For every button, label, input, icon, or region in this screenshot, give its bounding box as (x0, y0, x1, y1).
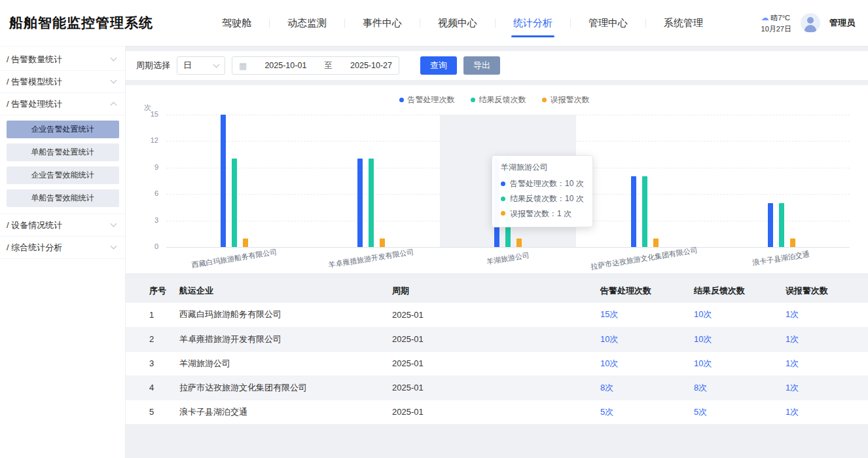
sidebar-subitem[interactable]: 企业告警处置统计 (7, 121, 119, 138)
x-axis-label: 浪卡子县湖泊交通 (713, 243, 850, 277)
nav-item[interactable]: 系统管理 (664, 0, 703, 46)
col-header-feedback: 结果反馈次数 (686, 278, 778, 303)
row-index: 5 (126, 400, 172, 424)
sidebar-group-label: / 告警模型统计 (7, 76, 62, 88)
row-company: 羊卓雍措旅游开发有限公司 (172, 327, 384, 351)
date-start-value[interactable]: 2025-10-01 (264, 61, 306, 70)
chevron-down-icon (111, 243, 117, 250)
sidebar: / 告警数量统计 / 告警模型统计 / 告警处理统计 企业告警处置统计 单船告警… (0, 46, 126, 458)
user-name[interactable]: 管理员 (829, 17, 855, 29)
bar-false-alarm[interactable] (653, 239, 659, 247)
bar-false-alarm[interactable] (516, 239, 522, 247)
user-avatar-icon[interactable] (801, 13, 820, 33)
row-false-alarm-link[interactable]: 1次 (786, 407, 799, 417)
legend-item[interactable]: 误报警次数 (542, 94, 590, 105)
nav-separator (645, 19, 646, 28)
bar-feedback[interactable] (369, 159, 374, 247)
sidebar-group-device-status[interactable]: / 设备情况统计 (0, 214, 125, 237)
row-false-alarm-link-cell: 1次 (778, 400, 868, 424)
row-false-alarm-link[interactable]: 1次 (786, 358, 799, 368)
bar-feedback[interactable] (642, 176, 647, 247)
row-feedback-link[interactable]: 8次 (694, 383, 707, 392)
bar-false-alarm[interactable] (790, 239, 795, 247)
row-handled-link[interactable]: 15次 (600, 309, 618, 319)
legend-label: 告警处理次数 (408, 94, 455, 105)
bar-handled[interactable] (357, 159, 363, 247)
nav-item[interactable]: 事件中心 (363, 0, 402, 46)
chevron-down-icon (111, 55, 117, 62)
legend-item[interactable]: 结果反馈次数 (471, 94, 526, 105)
legend-item[interactable]: 告警处理次数 (399, 94, 455, 105)
sidebar-subitem[interactable]: 企业告警效能统计 (7, 166, 119, 184)
row-handled-link[interactable]: 10次 (600, 358, 618, 368)
row-false-alarm-link[interactable]: 1次 (786, 334, 799, 344)
chart-legend: 告警处理次数结果反馈次数误报警次数 (139, 94, 850, 105)
bar-group[interactable] (713, 115, 850, 247)
row-feedback-link[interactable]: 10次 (694, 358, 712, 368)
nav-item[interactable]: 管理中心 (588, 0, 628, 46)
bar-group[interactable] (166, 115, 303, 247)
sidebar-group-alarm-count[interactable]: / 告警数量统计 (0, 48, 125, 71)
tooltip-line: 告警处理次数：10 次 (501, 176, 584, 191)
bar-handled[interactable] (221, 115, 226, 247)
sidebar-group-label: / 告警数量统计 (7, 54, 62, 66)
bar-false-alarm[interactable] (380, 239, 385, 247)
header-date: 10月27日 (761, 24, 791, 35)
row-false-alarm-link[interactable]: 1次 (786, 383, 799, 392)
row-false-alarm-link[interactable]: 1次 (786, 309, 799, 319)
content-area: 周期选择 日 ▦ 2025-10-01 至 2025-10-27 查询 导出 告… (126, 46, 868, 458)
cloud-icon: ☁ (761, 13, 769, 22)
sidebar-subitem[interactable]: 单船告警处置统计 (7, 143, 119, 161)
row-feedback-link[interactable]: 10次 (694, 334, 712, 344)
nav-item[interactable]: 驾驶舱 (222, 0, 251, 46)
bar-feedback[interactable] (779, 203, 784, 247)
sidebar-subitem[interactable]: 单船告警效能统计 (7, 189, 119, 207)
nav-item[interactable]: 统计分析 (513, 0, 552, 46)
main-layout: / 告警数量统计 / 告警模型统计 / 告警处理统计 企业告警处置统计 单船告警… (0, 46, 868, 458)
legend-label: 结果反馈次数 (479, 94, 526, 105)
x-axis-label: 西藏白玛旅游船务有限公司 (166, 243, 303, 277)
x-axis-labels: 西藏白玛旅游船务有限公司羊卓雍措旅游开发有限公司羊湖旅游公司拉萨市达孜旅游文化集… (166, 254, 850, 267)
row-feedback-link-cell: 5次 (686, 400, 778, 424)
nav-item[interactable]: 视频中心 (438, 0, 477, 46)
col-header-handled: 告警处理次数 (592, 278, 686, 303)
date-separator: 至 (324, 60, 333, 71)
bar-false-alarm[interactable] (243, 239, 248, 247)
weather-widget: ☁晴7°C 10月27日 (761, 12, 791, 35)
bar-feedback[interactable] (232, 159, 237, 247)
tooltip-text: 结果反馈次数：10 次 (510, 191, 584, 206)
table-row: 2羊卓雍措旅游开发有限公司2025-0110次10次1次 (126, 327, 868, 351)
row-company: 拉萨市达孜旅游文化集团有限公司 (172, 375, 384, 400)
row-company: 浪卡子县湖泊交通 (172, 400, 384, 424)
query-button[interactable]: 查询 (420, 56, 457, 75)
date-range-picker[interactable]: ▦ 2025-10-01 至 2025-10-27 (232, 56, 399, 75)
bar-handled[interactable] (631, 176, 636, 247)
row-handled-link[interactable]: 5次 (600, 407, 613, 417)
row-index: 3 (126, 351, 172, 375)
row-feedback-link[interactable]: 5次 (694, 407, 707, 417)
period-select-value: 日 (183, 60, 192, 71)
row-feedback-link[interactable]: 10次 (694, 309, 712, 319)
sidebar-group-alarm-model[interactable]: / 告警模型统计 (0, 71, 125, 93)
bar-group[interactable] (303, 115, 440, 247)
bar-group[interactable] (576, 115, 713, 247)
period-select[interactable]: 日 (177, 56, 225, 75)
nav-item[interactable]: 动态监测 (287, 0, 327, 46)
chevron-down-icon (111, 77, 117, 84)
stats-table-card: 序号 航运企业 周期 告警处理次数 结果反馈次数 误报警次数 1西藏白玛旅游船务… (126, 278, 868, 425)
row-period: 2025-01 (384, 303, 592, 327)
row-handled-link-cell: 10次 (592, 327, 686, 351)
bar-handled[interactable] (768, 203, 773, 247)
row-handled-link[interactable]: 10次 (600, 334, 618, 344)
sidebar-group-综合-stats[interactable]: / 综合统计分析 (0, 237, 125, 259)
x-axis-label: 羊卓雍措旅游开发有限公司 (303, 243, 440, 277)
date-end-value[interactable]: 2025-10-27 (350, 61, 392, 70)
y-tick-label: 6 (139, 189, 158, 197)
sidebar-group-alarm-handling[interactable]: / 告警处理统计 (0, 93, 125, 115)
filter-bar: 周期选择 日 ▦ 2025-10-01 至 2025-10-27 查询 导出 (126, 51, 868, 80)
period-label: 周期选择 (136, 60, 170, 71)
tooltip-lines: 告警处理次数：10 次结果反馈次数：10 次误报警次数：1 次 (501, 176, 584, 221)
row-handled-link[interactable]: 8次 (600, 383, 613, 392)
legend-dot-icon (471, 98, 475, 102)
export-button[interactable]: 导出 (463, 56, 500, 75)
